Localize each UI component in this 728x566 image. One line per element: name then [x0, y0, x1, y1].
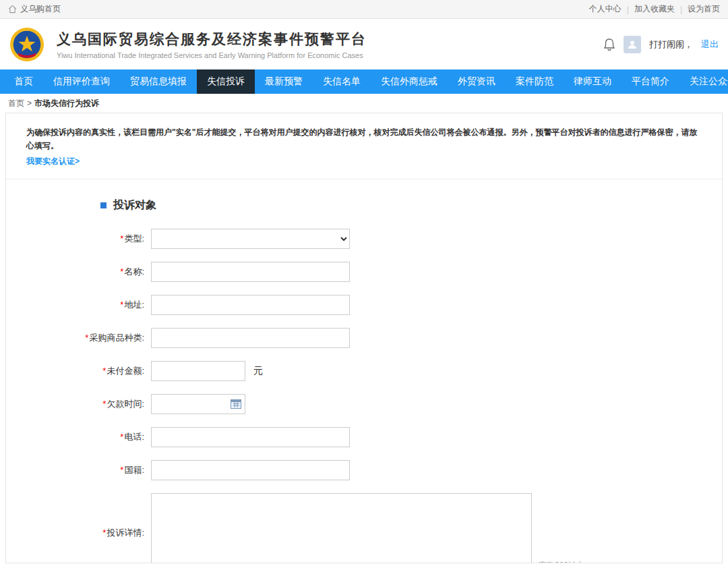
type-select[interactable]	[151, 229, 350, 249]
blue-square-bullet-icon	[100, 202, 107, 208]
notice-text: 为确保投诉内容的真实性，该栏目需用户"实名"后才能提交，平台将对用户提交的内容进…	[26, 128, 697, 150]
breadcrumb: 首页 > 市场失信行为投诉	[0, 94, 728, 113]
nav-item-trade-info[interactable]: 贸易信息填报	[120, 69, 197, 94]
nav-item-credit-query[interactable]: 信用评价查询	[43, 69, 120, 94]
form-row-address: *地址:	[6, 295, 722, 315]
detail-field: 字数300以内	[151, 493, 584, 563]
field-label-phone: *电话:	[6, 431, 151, 443]
phone-input[interactable]	[151, 427, 350, 447]
realname-auth-link[interactable]: 我要实名认证>	[26, 154, 80, 168]
name-input[interactable]	[151, 262, 350, 282]
header-right: 打打闹闹， 退出	[603, 36, 719, 53]
nav-item-home[interactable]: 首页	[4, 69, 43, 94]
nav-item-lawyer-interaction[interactable]: 律师互动	[564, 69, 621, 94]
form-row-nationality: *国籍:	[6, 460, 722, 480]
field-label-address: *地址:	[6, 299, 151, 311]
person-icon	[627, 39, 638, 50]
required-mark: *	[120, 266, 123, 277]
label-text: 投诉详情:	[107, 528, 144, 538]
field-label-complaint-detail: *投诉详情:	[6, 527, 151, 539]
date-field	[151, 394, 245, 414]
unpaid-amount-input[interactable]	[151, 361, 245, 381]
user-avatar[interactable]	[624, 36, 641, 53]
field-label-name: *名称:	[6, 266, 151, 278]
label-text: 类型:	[124, 233, 144, 244]
content-panel: 为确保投诉内容的真实性，该栏目需用户"实名"后才能提交，平台将对用户提交的内容进…	[5, 113, 723, 563]
form-row-goods-category: *采购商品种类:	[6, 328, 722, 348]
home-link[interactable]: 义乌购首页	[8, 3, 61, 15]
form-row-unpaid-amount: *未付金额: 元	[6, 361, 722, 381]
required-mark: *	[102, 366, 106, 376]
label-text: 欠款时间:	[107, 399, 144, 409]
label-text: 地址:	[124, 300, 144, 310]
topbar-separator: |	[627, 5, 629, 14]
form-row-debt-date: *欠款时间:	[6, 394, 722, 414]
notification-bell-icon[interactable]	[603, 38, 615, 51]
username-label: 打打闹闹，	[649, 38, 693, 51]
label-text: 未付金额:	[107, 366, 144, 376]
site-title-block: 义乌国际贸易综合服务及经济案事件预警平台 Yiwu International …	[57, 30, 367, 59]
breadcrumb-separator: >	[27, 98, 32, 108]
nav-item-dishonesty-complaint[interactable]: 失信投诉	[197, 69, 255, 94]
label-text: 名称:	[124, 266, 144, 277]
field-label-goods-category: *采购商品种类:	[6, 332, 151, 344]
amount-unit-label: 元	[253, 365, 263, 377]
nav-item-latest-warning[interactable]: 最新预警	[255, 69, 313, 94]
police-badge-logo	[9, 27, 44, 62]
nav-item-platform-intro[interactable]: 平台简介	[621, 69, 679, 94]
field-label-unpaid-amount: *未付金额:	[6, 365, 151, 377]
field-label-debt-date: *欠款时间:	[6, 398, 151, 410]
nav-item-dishonesty-list[interactable]: 失信名单	[313, 69, 371, 94]
notice-block: 为确保投诉内容的真实性，该栏目需用户"实名"后才能提交，平台将对用户提交的内容进…	[6, 113, 722, 179]
breadcrumb-current: 市场失信行为投诉	[34, 98, 99, 109]
address-input[interactable]	[151, 295, 350, 315]
char-limit-note: 字数300以内	[539, 560, 584, 563]
section-title: 投诉对象	[100, 198, 722, 213]
goods-category-input[interactable]	[151, 328, 350, 348]
header: 义乌国际贸易综合服务及经济案事件预警平台 Yiwu International …	[0, 19, 728, 69]
required-mark: *	[85, 333, 88, 343]
link-add-favorites[interactable]: 加入收藏夹	[634, 3, 675, 15]
nav-item-case-prevention[interactable]: 案件防范	[506, 69, 564, 94]
label-text: 采购商品种类:	[89, 333, 144, 343]
topbar-separator: |	[680, 5, 682, 14]
required-mark: *	[120, 300, 123, 310]
topbar-links: 个人中心 | 加入收藏夹 | 设为首页	[589, 3, 720, 15]
nav-item-follow-wechat[interactable]: 关注公众号	[679, 69, 728, 94]
main-nav: 首页 信用评价查询 贸易信息填报 失信投诉 最新预警 失信名单 失信外商惩戒 外…	[0, 69, 728, 94]
form-row-phone: *电话:	[6, 427, 722, 447]
form-row-complaint-detail: *投诉详情: 字数300以内	[6, 493, 722, 563]
breadcrumb-home[interactable]: 首页	[8, 98, 24, 109]
label-text: 电话:	[124, 432, 144, 442]
required-mark: *	[102, 399, 106, 409]
required-mark: *	[102, 528, 106, 538]
site-title: 义乌国际贸易综合服务及经济案事件预警平台	[57, 30, 367, 49]
top-utility-bar: 义乌购首页 个人中心 | 加入收藏夹 | 设为首页	[0, 0, 728, 19]
link-set-homepage[interactable]: 设为首页	[688, 3, 720, 15]
form-row-name: *名称:	[6, 262, 722, 282]
required-mark: *	[120, 233, 123, 244]
nationality-input[interactable]	[151, 460, 350, 480]
home-icon	[8, 5, 17, 13]
label-text: 国籍:	[124, 465, 144, 475]
home-link-label: 义乌购首页	[20, 3, 61, 15]
nav-item-foreign-sanction[interactable]: 失信外商惩戒	[371, 69, 448, 94]
logout-link[interactable]: 退出	[701, 38, 719, 51]
site-subtitle: Yiwu International Trade Integrated Serv…	[57, 51, 367, 59]
link-personal-center[interactable]: 个人中心	[589, 3, 621, 15]
calendar-icon[interactable]	[231, 399, 241, 409]
complaint-form: *类型: *名称: *地址: *采购商品种类: *未付金额: 元 *欠款时间:	[6, 229, 722, 563]
nav-item-trade-news[interactable]: 外贸资讯	[448, 69, 506, 94]
field-label-nationality: *国籍:	[6, 464, 151, 476]
required-mark: *	[120, 432, 123, 442]
field-label-type: *类型:	[6, 233, 151, 245]
required-mark: *	[120, 465, 123, 475]
complaint-detail-textarea[interactable]	[151, 493, 532, 563]
section-title-text: 投诉对象	[113, 198, 156, 213]
form-row-type: *类型:	[6, 229, 722, 249]
